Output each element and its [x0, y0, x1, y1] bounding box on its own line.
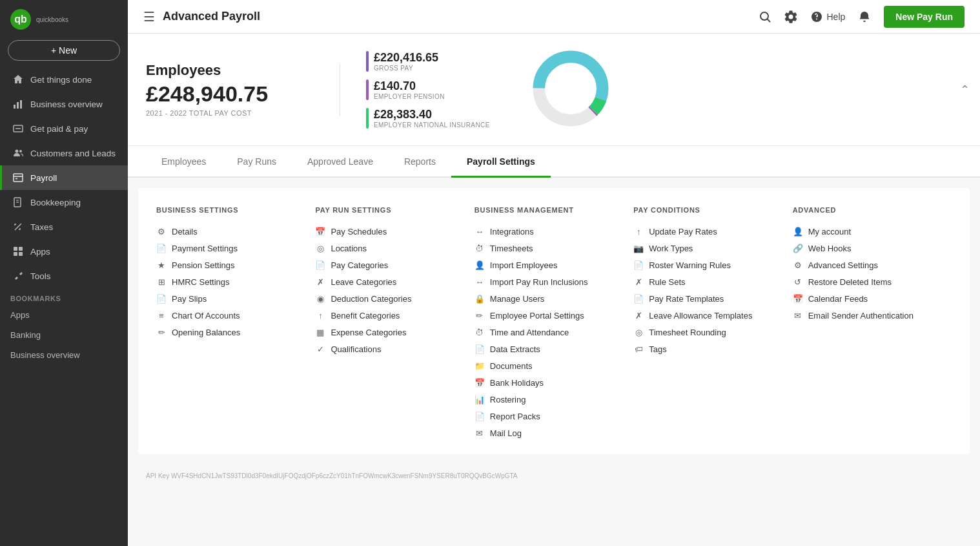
tab-payroll-settings[interactable]: Payroll Settings	[451, 146, 551, 178]
topbar-actions: Help New Pay Run	[759, 6, 965, 28]
settings-link-employee-portal-settings[interactable]: ✏Employee Portal Settings	[475, 307, 620, 324]
settings-link-details[interactable]: ⚙Details	[156, 223, 302, 240]
settings-link-icon: ⚙	[793, 260, 803, 270]
settings-link-pay-categories[interactable]: 📄Pay Categories	[315, 257, 461, 273]
settings-link-my-account[interactable]: 👤My account	[793, 223, 939, 240]
settings-link-label: Mail Log	[490, 428, 522, 438]
help-button[interactable]: Help	[810, 10, 846, 23]
settings-link-import-employees[interactable]: 👤Import Employees	[475, 257, 620, 273]
settings-link-pension-settings[interactable]: ★Pension Settings	[156, 257, 302, 273]
settings-link-pay-slips[interactable]: 📄Pay Slips	[156, 290, 302, 307]
settings-link-expense-categories[interactable]: ▦Expense Categories	[315, 324, 461, 341]
page-title: Advanced Payroll	[163, 10, 751, 23]
sidebar-item-apps[interactable]: Apps	[0, 239, 128, 264]
notifications-button[interactable]	[858, 10, 871, 23]
settings-link-rostering[interactable]: 📊Rostering	[475, 391, 620, 408]
settings-column-pay-run-settings: PAY RUN SETTINGS📅Pay Schedules◎Locations…	[315, 206, 474, 441]
settings-link-manage-users[interactable]: 🔒Manage Users	[475, 290, 620, 307]
stat-items: £220,416.65 GROSS PAY £140.70 EMPLOYER P…	[366, 51, 490, 129]
settings-link-timesheets[interactable]: ⏱Timesheets	[475, 240, 620, 257]
settings-link-integrations[interactable]: ↔Integrations	[475, 223, 620, 240]
settings-link-icon: 📄	[156, 243, 167, 253]
settings-link-restore-deleted-items[interactable]: ↺Restore Deleted Items	[793, 273, 939, 290]
sidebar-item-payroll[interactable]: Payroll	[0, 165, 128, 190]
hamburger-icon[interactable]: ☰	[143, 9, 155, 25]
settings-link-tags[interactable]: 🏷Tags	[633, 341, 779, 357]
logo: qb quickbooks	[0, 0, 128, 36]
settings-link-label: Pay Slips	[172, 294, 207, 304]
settings-link-leave-categories[interactable]: ✗Leave Categories	[315, 273, 461, 290]
bookmark-business-overview[interactable]: Business overview	[0, 345, 128, 365]
donut-chart	[529, 47, 613, 132]
settings-link-locations[interactable]: ◎Locations	[315, 240, 461, 257]
settings-link-icon: 📁	[475, 361, 485, 371]
search-button[interactable]	[759, 10, 771, 23]
settings-link-timesheet-rounding[interactable]: ◎Timesheet Rounding	[633, 324, 779, 341]
settings-link-update-pay-rates[interactable]: ↑Update Pay Rates	[633, 223, 779, 240]
collapse-button[interactable]: ⌃	[960, 83, 970, 97]
tab-approved-leave[interactable]: Approved Leave	[292, 146, 389, 178]
sidebar-item-customers-leads[interactable]: Customers and Leads	[0, 141, 128, 165]
new-pay-run-button[interactable]: New Pay Run	[884, 6, 965, 28]
tab-reports[interactable]: Reports	[389, 146, 451, 178]
tab-pay-runs[interactable]: Pay Runs	[221, 146, 292, 178]
settings-link-icon: ✏	[156, 327, 167, 337]
settings-link-pay-schedules[interactable]: 📅Pay Schedules	[315, 223, 461, 240]
settings-link-hmrc-settings[interactable]: ⊞HMRC Settings	[156, 273, 302, 290]
payroll-icon	[12, 172, 24, 184]
settings-link-calendar-feeds[interactable]: 📅Calendar Feeds	[793, 290, 939, 307]
sidebar-item-bookkeeping[interactable]: Bookkeeping	[0, 190, 128, 215]
settings-link-roster-warning-rules[interactable]: 📄Roster Warning Rules	[633, 257, 779, 273]
sidebar-item-get-paid-pay[interactable]: Get paid & pay	[0, 116, 128, 141]
settings-column-advanced: ADVANCED👤My account🔗Web Hooks⚙Advanced S…	[793, 206, 952, 441]
settings-link-work-types[interactable]: 📷Work Types	[633, 240, 779, 257]
settings-link-import-pay-run-inclusions[interactable]: ↔Import Pay Run Inclusions	[475, 273, 620, 290]
settings-link-label: My account	[808, 227, 851, 236]
settings-link-icon: 📄	[633, 260, 644, 270]
settings-link-advanced-settings[interactable]: ⚙Advanced Settings	[793, 257, 939, 273]
tab-employees[interactable]: Employees	[146, 146, 221, 178]
sidebar-item-tools[interactable]: Tools	[0, 264, 128, 288]
settings-link-label: Time and Attendance	[490, 328, 569, 337]
settings-link-qualifications[interactable]: ✓Qualifications	[315, 341, 461, 357]
dollar-icon	[12, 123, 24, 134]
settings-link-payment-settings[interactable]: 📄Payment Settings	[156, 240, 302, 257]
employees-amount: £248,940.75	[146, 81, 314, 107]
settings-link-report-packs[interactable]: 📄Report Packs	[475, 408, 620, 425]
api-key-footer: API Key WVF4SHdCN1JwTS93TDl0d3F0ekdIUjFO…	[128, 465, 980, 487]
sidebar-item-get-things-done[interactable]: Get things done	[0, 67, 128, 92]
gross-pay-info: £220,416.65 GROSS PAY	[374, 51, 438, 72]
settings-link-icon: ✏	[475, 310, 485, 320]
sidebar-item-taxes[interactable]: Taxes	[0, 215, 128, 239]
settings-link-benefit-categories[interactable]: ↑Benefit Categories	[315, 307, 461, 324]
settings-link-label: Leave Allowance Templates	[649, 311, 752, 320]
bookmark-apps[interactable]: Apps	[0, 305, 128, 325]
sidebar-item-business-overview[interactable]: Business overview	[0, 92, 128, 116]
settings-link-time-and-attendance[interactable]: ⏱Time and Attendance	[475, 324, 620, 341]
settings-link-opening-balances[interactable]: ✏Opening Balances	[156, 324, 302, 341]
donut-svg	[529, 47, 613, 131]
settings-link-label: Expense Categories	[331, 328, 406, 337]
settings-link-web-hooks[interactable]: 🔗Web Hooks	[793, 240, 939, 257]
bookmark-banking[interactable]: Banking	[0, 325, 128, 345]
settings-link-pay-rate-templates[interactable]: 📄Pay Rate Templates	[633, 290, 779, 307]
new-button[interactable]: + New	[8, 40, 120, 61]
settings-link-data-extracts[interactable]: 📄Data Extracts	[475, 341, 620, 357]
settings-link-mail-log[interactable]: ✉Mail Log	[475, 425, 620, 441]
settings-link-icon: ✗	[633, 310, 644, 320]
settings-link-deduction-categories[interactable]: ◉Deduction Categories	[315, 290, 461, 307]
tools-icon	[12, 270, 24, 282]
settings-column-business-settings: BUSINESS SETTINGS⚙Details📄Payment Settin…	[156, 206, 315, 441]
people-icon	[12, 147, 24, 159]
settings-link-chart-of-accounts[interactable]: ≡Chart Of Accounts	[156, 307, 302, 324]
settings-button[interactable]	[784, 10, 797, 23]
settings-link-label: Integrations	[490, 227, 534, 236]
settings-link-rule-sets[interactable]: ✗Rule Sets	[633, 273, 779, 290]
settings-link-documents[interactable]: 📁Documents	[475, 357, 620, 374]
settings-link-leave-allowance-templates[interactable]: ✗Leave Allowance Templates	[633, 307, 779, 324]
settings-link-bank-holidays[interactable]: 📅Bank Holidays	[475, 374, 620, 391]
settings-col-title: PAY CONDITIONS	[633, 206, 779, 214]
settings-link-email-sender-authentication[interactable]: ✉Email Sender Authentication	[793, 307, 939, 324]
settings-link-label: Leave Categories	[331, 277, 396, 287]
settings-link-icon: 📄	[156, 293, 167, 304]
